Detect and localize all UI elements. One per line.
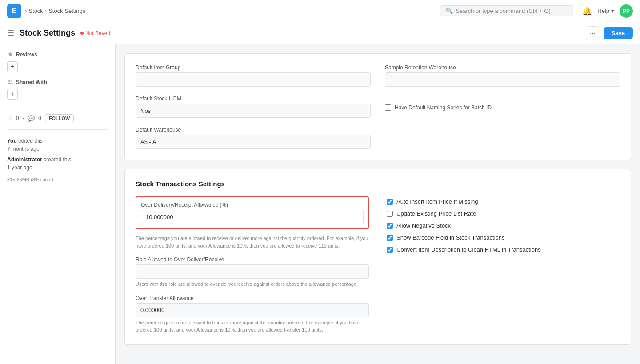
allow-negative-checkbox[interactable] xyxy=(387,223,393,229)
sample-retention-field: Sample Retention Warehouse xyxy=(385,64,620,87)
default-item-group-field: Default Item Group xyxy=(136,64,371,87)
activity-entry-0: You edited this 7 months ago xyxy=(7,137,108,153)
search-placeholder: Search or type a command (Ctrl + G) xyxy=(456,8,551,14)
svg-point-0 xyxy=(8,80,10,82)
follow-button[interactable]: FOLLOW xyxy=(45,114,74,122)
breadcrumb: › Stock › Stock Settings xyxy=(25,8,85,14)
transactions-settings-card: Stock Transactions Settings Over Deliver… xyxy=(124,169,631,345)
sidebar-divider-2 xyxy=(7,129,108,130)
svg-point-3 xyxy=(11,83,13,84)
batch-naming-checkbox[interactable] xyxy=(385,104,391,111)
shared-with-section: Shared With + xyxy=(7,79,108,100)
allow-negative-label: Allow Negative Stock xyxy=(396,222,451,229)
storage-info: 315.66MB (3%) used xyxy=(7,177,108,182)
hamburger-icon[interactable]: ☰ xyxy=(7,28,14,38)
over-transfer-input[interactable] xyxy=(136,303,369,317)
over-delivery-highlighted: Over Delivery/Receipt Allowance (%) docu… xyxy=(136,196,369,229)
activity-actor-1: Administrator xyxy=(7,156,42,163)
search-icon: 🔍 xyxy=(446,8,453,14)
convert-desc-checkbox[interactable] xyxy=(387,247,393,253)
add-review-button[interactable]: + xyxy=(7,61,18,72)
checkbox-update-price-list: Update Existing Price List Rate xyxy=(387,210,620,217)
main-content: Default Item Group Sample Retention Ware… xyxy=(116,44,640,364)
reviews-section: Reviews + xyxy=(7,52,108,72)
convert-desc-label: Convert Item Description to Clean HTML i… xyxy=(396,246,541,253)
activity-time-1: 1 year ago xyxy=(7,164,32,171)
page-header: ☰ Stock Settings Not Saved ··· Save xyxy=(0,22,640,44)
checkbox-show-barcode: Show Barcode Field in Stock Transactions xyxy=(387,234,620,241)
default-item-group-label: Default Item Group xyxy=(136,64,371,71)
general-settings-card: Default Item Group Sample Retention Ware… xyxy=(124,53,631,160)
not-saved-badge: Not Saved xyxy=(80,30,110,36)
reviews-title: Reviews xyxy=(7,52,108,58)
over-delivery-input[interactable] xyxy=(141,210,364,224)
users-icon xyxy=(7,79,13,85)
not-saved-dot xyxy=(80,32,84,35)
breadcrumb-chevron: › xyxy=(25,8,27,14)
activity-action-0: edited this xyxy=(18,138,43,144)
more-options-button[interactable]: ··· xyxy=(586,26,600,40)
show-barcode-checkbox[interactable] xyxy=(387,235,393,241)
comment-icon: 💬 xyxy=(28,115,35,122)
default-stock-uom-field: Default Stock UOM xyxy=(136,96,371,118)
default-warehouse-input[interactable] xyxy=(136,135,371,149)
default-stock-uom-label: Default Stock UOM xyxy=(136,96,371,102)
heart-icon: ♡ xyxy=(7,115,12,122)
transactions-left-col: Over Delivery/Receipt Allowance (%) docu… xyxy=(136,196,369,334)
breadcrumb-settings[interactable]: Stock Settings xyxy=(48,8,85,14)
svg-point-2 xyxy=(11,80,13,82)
svg-point-1 xyxy=(8,83,11,84)
general-form-grid: Default Item Group Sample Retention Ware… xyxy=(136,64,620,149)
notification-icon[interactable]: 🔔 xyxy=(582,6,592,16)
activity-entry-1: Administrator created this 1 year ago xyxy=(7,156,108,172)
sidebar: Reviews + Shared With + ♡ 0 · 💬 0 xyxy=(0,44,116,364)
role-over-deliver-input[interactable] xyxy=(136,264,369,279)
breadcrumb-stock[interactable]: Stock xyxy=(28,8,43,14)
batch-naming-label: Have Default Naming Series for Batch ID xyxy=(395,104,492,111)
default-item-group-input[interactable] xyxy=(136,72,371,87)
update-price-list-checkbox[interactable] xyxy=(387,211,393,217)
likes-comments: ♡ 0 · 💬 0 FOLLOW xyxy=(7,114,108,122)
star-icon xyxy=(7,52,13,58)
over-delivery-label: Over Delivery/Receipt Allowance (%) xyxy=(141,202,364,208)
likes-count: 0 xyxy=(16,115,19,121)
batch-naming-checkbox-field: Have Default Naming Series for Batch ID xyxy=(385,104,620,111)
default-warehouse-field: Default Warehouse xyxy=(136,127,371,149)
app-icon[interactable]: E xyxy=(7,4,21,18)
shared-with-title: Shared With xyxy=(7,79,108,85)
page-title: Stock Settings xyxy=(20,28,75,38)
comments-count: 0 xyxy=(38,115,41,121)
breadcrumb-separator: › xyxy=(45,8,47,14)
role-over-deliver-desc: Users with this role are allowed to over… xyxy=(136,280,369,288)
update-price-list-label: Update Existing Price List Rate xyxy=(396,210,476,217)
default-warehouse-label: Default Warehouse xyxy=(136,127,371,133)
nav-right: 🔔 Help ▾ PP xyxy=(582,4,633,18)
over-transfer-label: Over Transfer Allowance xyxy=(136,295,369,301)
user-avatar[interactable]: PP xyxy=(620,4,633,18)
help-button[interactable]: Help ▾ xyxy=(597,8,614,14)
role-over-deliver-field: Role Allowed to Over Deliver/Receive xyxy=(136,256,369,279)
header-actions: ··· Save xyxy=(586,26,633,40)
checkbox-auto-insert: Auto Insert Item Price If Missing xyxy=(387,198,620,205)
checkbox-allow-negative: Allow Negative Stock xyxy=(387,222,620,229)
checkbox-convert-desc: Convert Item Description to Clean HTML i… xyxy=(387,246,620,253)
role-over-deliver-label: Role Allowed to Over Deliver/Receive xyxy=(136,256,369,263)
default-stock-uom-input[interactable] xyxy=(136,104,371,118)
transactions-card-title: Stock Transactions Settings xyxy=(136,180,620,188)
search-bar[interactable]: 🔍 Search or type a command (Ctrl + G) xyxy=(440,5,573,16)
top-nav: E › Stock › Stock Settings 🔍 Search or t… xyxy=(0,0,640,22)
activity-action-1: created this xyxy=(44,156,71,163)
over-transfer-desc: The percentage you are allowed to transf… xyxy=(136,319,369,334)
auto-insert-label: Auto Insert Item Price If Missing xyxy=(396,198,478,205)
main-layout: Reviews + Shared With + ♡ 0 · 💬 0 xyxy=(0,44,640,364)
auto-insert-checkbox[interactable] xyxy=(387,199,393,205)
show-barcode-label: Show Barcode Field in Stock Transactions xyxy=(396,234,505,241)
add-shared-button[interactable]: + xyxy=(7,89,18,100)
over-delivery-desc: The percentage you are allowed to receiv… xyxy=(136,235,369,249)
sample-retention-input[interactable] xyxy=(385,72,620,87)
save-button[interactable]: Save xyxy=(604,27,633,39)
activity-time-0: 7 months ago xyxy=(7,146,40,152)
transactions-right-col: Auto Insert Item Price If Missing Update… xyxy=(387,196,620,334)
help-chevron-icon: ▾ xyxy=(611,8,614,14)
not-saved-label: Not Saved xyxy=(85,30,110,36)
